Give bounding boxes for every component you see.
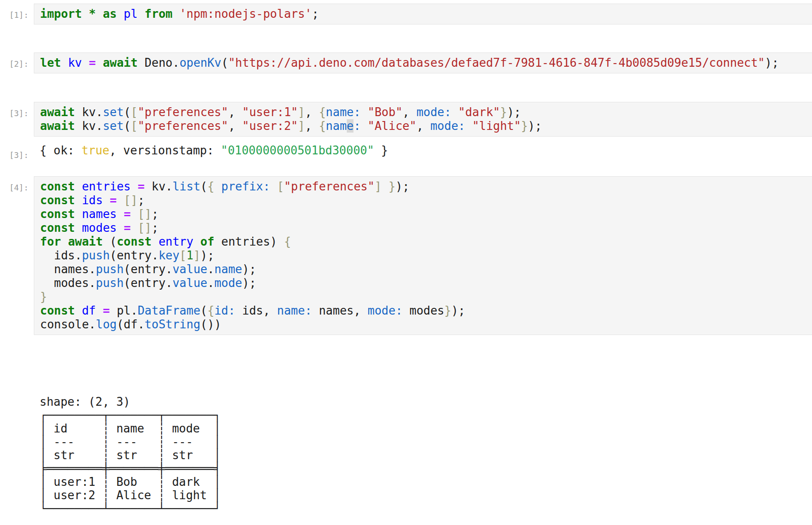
token-kw: for bbox=[40, 235, 61, 248]
token-kw: * bbox=[89, 7, 96, 20]
token-def: entries bbox=[82, 180, 131, 193]
token-prop: list bbox=[172, 180, 200, 193]
token-kw: const bbox=[40, 207, 75, 221]
token-prop: mode bbox=[214, 276, 242, 290]
code-cell-1-text: import * as pl from 'npm:nodejs-polars'; bbox=[40, 7, 812, 21]
token-prop: : bbox=[353, 119, 361, 133]
token-brk: ] bbox=[193, 249, 200, 262]
token-prop: prefix: bbox=[221, 180, 270, 193]
token-str: "user:2" bbox=[242, 119, 298, 133]
token-prop: push bbox=[96, 262, 124, 276]
token-kw: const bbox=[40, 180, 75, 193]
token-def: modes bbox=[82, 221, 117, 234]
token-def: ids bbox=[82, 194, 103, 207]
token-kw: const bbox=[117, 235, 151, 248]
token-prop: toString bbox=[145, 318, 200, 331]
token-op: = bbox=[89, 56, 96, 69]
token-op: = bbox=[124, 221, 131, 234]
notebook: [1]:import * as pl from 'npm:nodejs-pola… bbox=[0, 4, 812, 515]
token-prop: push bbox=[96, 276, 124, 290]
token-brk: } bbox=[521, 119, 528, 133]
token-prop: openKv bbox=[179, 56, 221, 69]
output-3-prompt: [3]: bbox=[0, 144, 34, 162]
token-prop: DataFrame bbox=[138, 304, 200, 317]
token-prop: value bbox=[172, 262, 207, 276]
code-cell-2-editor[interactable]: let kv = await Deno.openKv("https://api.… bbox=[34, 52, 812, 73]
code-cell-3-prompt: [3]: bbox=[0, 102, 34, 137]
token-brk: [] bbox=[138, 207, 151, 221]
code-cell-2-text: let kv = await Deno.openKv("https://api.… bbox=[40, 56, 812, 70]
code-cell-4: [4]:const entries = kv.list({ prefix: ["… bbox=[0, 176, 812, 335]
output-4-text: shape: (2, 3) ┌────────┬───────┬───────┐… bbox=[40, 395, 812, 515]
code-cell-2-prompt: [2]: bbox=[0, 52, 34, 73]
token-kw: let bbox=[40, 56, 61, 69]
token-prop: mode: bbox=[430, 119, 465, 133]
token-kw: await bbox=[40, 105, 75, 119]
token-op: = bbox=[138, 180, 145, 193]
token-prop: nam bbox=[326, 119, 347, 133]
token-brk: } bbox=[389, 180, 396, 193]
token-str: "preferences" bbox=[138, 119, 228, 133]
token-kw: import bbox=[40, 7, 82, 20]
token-brk: ] bbox=[298, 105, 305, 119]
token-brk: [ bbox=[131, 105, 138, 119]
code-cell-1-editor[interactable]: import * as pl from 'npm:nodejs-polars'; bbox=[34, 4, 812, 24]
token-brk: { bbox=[319, 119, 326, 133]
code-cell-4-editor[interactable]: const entries = kv.list({ prefix: ["pref… bbox=[34, 176, 812, 335]
token-op: = bbox=[103, 304, 110, 317]
output-3-content: { ok: true, versionstamp: "0100000000501… bbox=[34, 144, 812, 162]
token-brk: } bbox=[40, 290, 47, 303]
token-def: kv bbox=[68, 56, 82, 69]
token-op: = bbox=[124, 207, 131, 221]
token-brk: { bbox=[207, 180, 215, 193]
token-def: entry bbox=[158, 235, 193, 248]
token-prop: name: bbox=[277, 304, 312, 317]
code-cell-2: [2]:let kv = await Deno.openKv("https://… bbox=[0, 52, 812, 73]
token-prop: name: bbox=[326, 105, 361, 119]
token-prop: name bbox=[214, 262, 242, 276]
token-str: "user:1" bbox=[242, 105, 298, 119]
token-kw: await bbox=[68, 235, 103, 248]
token-brk: { bbox=[319, 105, 326, 119]
token-prop: mode: bbox=[416, 105, 451, 119]
token-str: "Alice" bbox=[368, 119, 417, 133]
token-prop: mode: bbox=[368, 304, 402, 317]
token-def: df bbox=[82, 304, 96, 317]
token-kw: of bbox=[200, 235, 214, 248]
token-brk: ] bbox=[374, 180, 382, 193]
token-prop: push bbox=[82, 249, 110, 262]
token-brk: [] bbox=[138, 221, 151, 234]
token-str: "dark" bbox=[458, 105, 500, 119]
code-cell-3-editor[interactable]: await kv.set(["preferences", "user:1"], … bbox=[34, 102, 812, 137]
output-3-text: { ok: true, versionstamp: "0100000000501… bbox=[40, 144, 812, 157]
code-cell-4-prompt: [4]: bbox=[0, 176, 34, 335]
token-prop: set bbox=[103, 119, 124, 133]
code-cell-1: [1]:import * as pl from 'npm:nodejs-pola… bbox=[0, 4, 812, 24]
token-ansiy: true bbox=[81, 144, 110, 157]
output-3: [3]:{ ok: true, versionstamp: "010000000… bbox=[0, 144, 812, 162]
token-def: names bbox=[82, 207, 117, 221]
token-brk: [] bbox=[124, 194, 138, 207]
token-def: pl bbox=[124, 7, 138, 20]
token-prop: key bbox=[158, 249, 179, 262]
code-cell-3-text: await kv.set(["preferences", "user:1"], … bbox=[40, 105, 812, 133]
token-kw: const bbox=[40, 194, 75, 207]
token-propcur: e bbox=[347, 119, 354, 133]
output-4: shape: (2, 3) ┌────────┬───────┬───────┐… bbox=[0, 395, 812, 515]
token-kw: await bbox=[40, 119, 75, 133]
token-str: "https://api.deno.com/databases/defaed7f… bbox=[228, 56, 765, 69]
code-cell-3: [3]:await kv.set(["preferences", "user:1… bbox=[0, 102, 812, 137]
token-prop: set bbox=[103, 105, 124, 119]
token-str: "light" bbox=[472, 119, 521, 133]
token-str: "preferences" bbox=[284, 180, 375, 193]
code-cell-4-text: const entries = kv.list({ prefix: ["pref… bbox=[40, 180, 812, 331]
token-kw: as bbox=[103, 7, 117, 20]
output-4-content: shape: (2, 3) ┌────────┬───────┬───────┐… bbox=[34, 395, 812, 515]
output-4-prompt bbox=[0, 395, 34, 515]
token-prop: value bbox=[172, 276, 207, 290]
token-brk: ] bbox=[298, 119, 305, 133]
token-brk: [ bbox=[131, 119, 138, 133]
token-brk: } bbox=[500, 105, 507, 119]
token-ansig: "0100000000501bd30000" bbox=[221, 144, 374, 157]
token-str: "Bob" bbox=[368, 105, 402, 119]
